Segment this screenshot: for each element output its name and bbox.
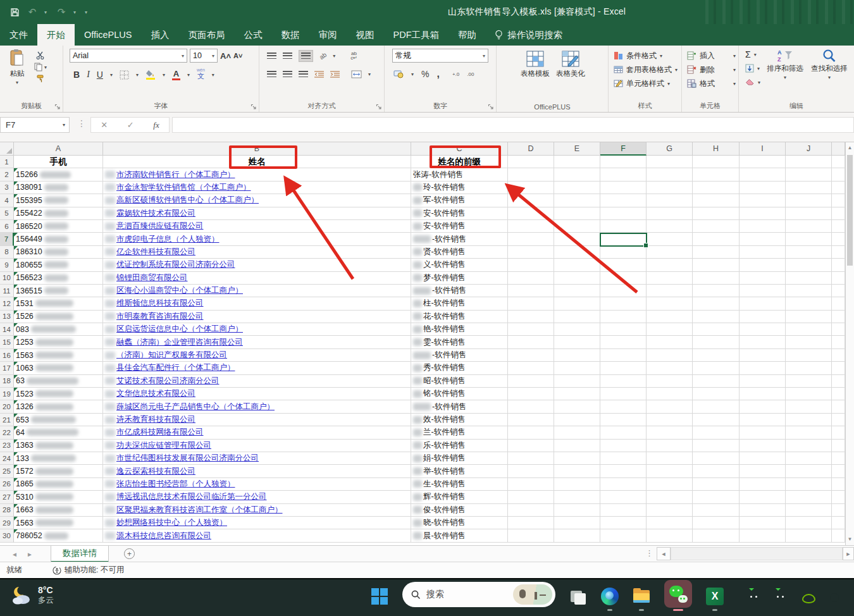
row-header-29[interactable]: 29 <box>0 517 14 529</box>
row-header-15[interactable]: 15 <box>0 336 14 348</box>
ribbon-tab-公式[interactable]: 公式 <box>235 24 272 46</box>
cell-A5[interactable]: 155422 <box>14 207 103 220</box>
cell-C21[interactable]: 效-软件销售 <box>411 414 508 426</box>
row-header-12[interactable]: 12 <box>0 297 14 310</box>
row-header-10[interactable]: 10 <box>0 272 14 285</box>
cell-H24[interactable] <box>693 452 740 465</box>
cell-H13[interactable] <box>693 311 740 323</box>
cell-F23[interactable] <box>600 440 647 452</box>
row-header-13[interactable]: 13 <box>0 311 14 323</box>
company-link[interactable]: 市明泰教育咨询有限公司 <box>116 311 204 322</box>
cell-I3[interactable] <box>740 182 786 194</box>
cell-I5[interactable] <box>740 207 786 220</box>
company-link[interactable]: 市济南软件销售行（个体工商户） <box>116 169 235 180</box>
underline-dropdown-icon[interactable]: ▾ <box>110 72 113 78</box>
company-link[interactable]: 区海心小温商贸中心（个体工商户） <box>116 285 243 296</box>
cell-K15[interactable] <box>832 336 845 348</box>
cell-I17[interactable] <box>740 362 786 374</box>
cell-H21[interactable] <box>693 414 740 426</box>
cell-I27[interactable] <box>740 491 786 503</box>
cell-A21[interactable]: 653 <box>14 414 103 426</box>
cell-E21[interactable] <box>554 414 600 426</box>
cell-C5[interactable]: 安-软件销售 <box>411 207 508 220</box>
cell-J30[interactable] <box>786 529 832 542</box>
cell-F22[interactable] <box>600 426 647 439</box>
company-link[interactable]: 逸云探索科技有限公司 <box>116 466 195 477</box>
cell-H3[interactable] <box>693 182 740 194</box>
company-link[interactable]: 功夫深供应链管理有限公司 <box>116 440 211 451</box>
fill-button[interactable]: ▾ <box>745 63 760 74</box>
cell-F9[interactable] <box>600 259 647 271</box>
cell-K4[interactable] <box>832 194 845 207</box>
cell-G13[interactable] <box>647 311 693 323</box>
cell-D28[interactable] <box>508 504 554 517</box>
excel-taskbar-icon[interactable]: X <box>706 588 724 605</box>
column-header-F[interactable]: F <box>600 142 647 156</box>
cell-J24[interactable] <box>786 452 832 465</box>
clipboard-dialog-launcher-icon[interactable] <box>54 104 61 110</box>
cell-G8[interactable] <box>647 246 693 259</box>
cell-A1[interactable]: 手机 <box>14 156 103 168</box>
cell-K10[interactable] <box>832 272 845 285</box>
cell-E3[interactable] <box>554 182 600 194</box>
cell-J20[interactable] <box>786 400 832 413</box>
cell-F18[interactable] <box>600 375 647 388</box>
cell-K28[interactable] <box>832 504 845 517</box>
cell-K3[interactable] <box>832 182 845 194</box>
cell-E25[interactable] <box>554 465 600 477</box>
cell-B16[interactable]: （济南）知识产权服务有限公司 <box>103 349 411 362</box>
cell-C10[interactable]: 梦-软件销售 <box>411 272 508 285</box>
cell-B8[interactable]: 亿企软件科技有限公司 <box>103 246 411 259</box>
start-button[interactable] <box>371 588 388 605</box>
company-link[interactable]: 市亿成科技网络有限公司 <box>116 427 204 438</box>
cell-G30[interactable] <box>647 529 693 542</box>
cell-A29[interactable]: 1563 <box>14 517 103 529</box>
cell-E11[interactable] <box>554 285 600 297</box>
column-header-J[interactable]: J <box>786 142 832 156</box>
taskbar-search[interactable]: 搜索 <box>402 582 555 607</box>
table-beautify-button[interactable]: 表格美化 <box>556 50 585 78</box>
cell-B13[interactable]: 市明泰教育咨询有限公司 <box>103 311 411 323</box>
cell-K2[interactable] <box>832 168 845 181</box>
align-top-icon[interactable] <box>267 52 276 59</box>
cell-I16[interactable] <box>740 349 786 362</box>
cell-C8[interactable]: 贤-软件销售 <box>411 246 508 259</box>
increase-decimal-icon[interactable]: +.0 <box>452 71 459 77</box>
cell-H27[interactable] <box>693 491 740 503</box>
cell-I29[interactable] <box>740 517 786 529</box>
cell-C24[interactable]: 娟-软件销售 <box>411 452 508 465</box>
cell-K17[interactable] <box>832 362 845 374</box>
company-link[interactable]: 锦锂田商贸有限公司 <box>116 273 188 283</box>
cell-H2[interactable] <box>693 168 740 181</box>
cell-H19[interactable] <box>693 388 740 400</box>
company-link[interactable]: 张店怡生图书经营部（个人独资） <box>116 479 235 490</box>
cell-E30[interactable] <box>554 529 600 542</box>
cell-H26[interactable] <box>693 478 740 491</box>
phonetic-guide-icon[interactable]: wén文 <box>197 68 205 81</box>
cell-J25[interactable] <box>786 465 832 477</box>
cell-H9[interactable] <box>693 259 740 271</box>
cell-D10[interactable] <box>508 272 554 285</box>
cell-E26[interactable] <box>554 478 600 491</box>
prev-sheet-icon[interactable]: ◄ <box>11 551 18 558</box>
tray-nvidia-icon[interactable] <box>800 589 816 606</box>
row-header-22[interactable]: 22 <box>0 426 14 439</box>
row-header-26[interactable]: 26 <box>0 478 14 491</box>
format-cells-button[interactable]: 格式▾ <box>687 77 736 90</box>
row-header-19[interactable]: 19 <box>0 388 14 400</box>
cell-A24[interactable]: 133 <box>14 452 103 465</box>
cell-J22[interactable] <box>786 426 832 439</box>
comma-style-icon[interactable]: , <box>436 68 439 80</box>
align-center-icon[interactable] <box>283 71 292 78</box>
cell-F30[interactable] <box>600 529 647 542</box>
undo-icon[interactable]: ↶ <box>27 6 38 18</box>
cell-I22[interactable] <box>740 426 786 439</box>
cell-H30[interactable] <box>693 529 740 542</box>
cell-C20[interactable]: -软件销售 <box>411 400 508 413</box>
cell-D20[interactable] <box>508 400 554 413</box>
cell-D25[interactable] <box>508 465 554 477</box>
format-as-table-button[interactable]: 套用表格格式▾ <box>614 63 679 77</box>
decrease-decimal-icon[interactable]: .00 <box>467 71 474 77</box>
row-header-23[interactable]: 23 <box>0 440 14 452</box>
cell-C13[interactable]: 花-软件销售 <box>411 311 508 323</box>
